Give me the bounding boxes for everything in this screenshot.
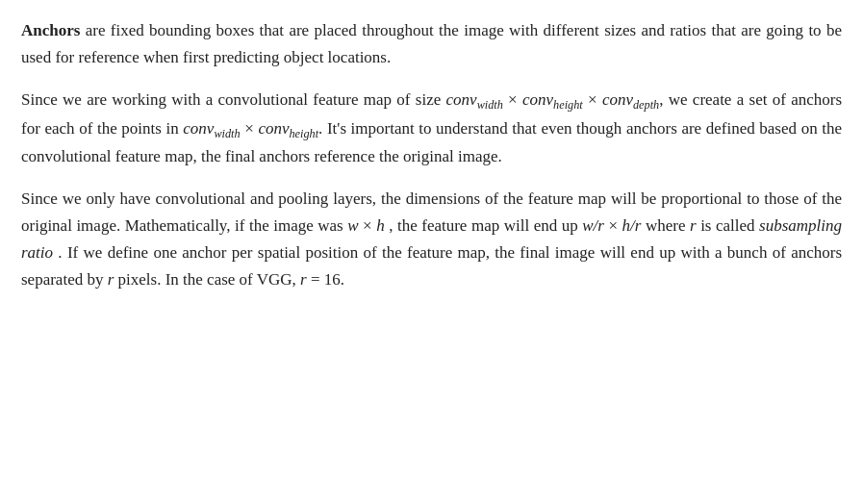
p3-times-wr-hr: × <box>604 216 622 235</box>
p3-r-var2: r <box>108 270 118 289</box>
p2-intro: Since we are working with a convolutiona… <box>21 90 441 109</box>
main-content: Anchors are fixed bounding boxes that ar… <box>21 17 842 293</box>
p3-r-var: r <box>690 216 700 235</box>
conv-expr-3: convdepth <box>602 90 659 109</box>
p3-w: w <box>347 216 358 235</box>
p3-mid1: , the feature map will end up <box>389 216 578 235</box>
op-times-3: × <box>241 119 259 138</box>
p3-mid2: where <box>646 216 686 235</box>
p3-eq: = 16. <box>311 270 344 289</box>
p3-hr: h/r <box>622 216 642 235</box>
anchors-title: Anchors <box>21 21 80 39</box>
paragraph-anchors-definition: Anchors are fixed bounding boxes that ar… <box>21 17 842 71</box>
paragraph-conv-feature-map: Since we are working with a convolutiona… <box>21 87 842 170</box>
p3-h: h <box>376 216 385 235</box>
p3-mid3: is called <box>700 216 754 235</box>
conv-expr-2: convheight <box>522 90 583 109</box>
p1-rest: are fixed bounding boxes that are placed… <box>21 21 842 66</box>
p3-r-var3: r <box>300 270 311 289</box>
p2-comma: , <box>659 90 669 109</box>
op-times-1: × <box>503 90 522 109</box>
conv-expr-1: convwidth <box>446 90 503 109</box>
p3-times-wh: × <box>359 216 377 235</box>
conv-expr-4: convwidth <box>183 119 240 138</box>
p3-wr: w/r <box>582 216 604 235</box>
paragraph-subsampling: Since we only have convolutional and poo… <box>21 186 842 293</box>
op-times-2: × <box>583 90 602 109</box>
conv-expr-5: convheight <box>258 119 318 138</box>
p3-end: pixels. In the case of VGG, <box>118 270 296 289</box>
